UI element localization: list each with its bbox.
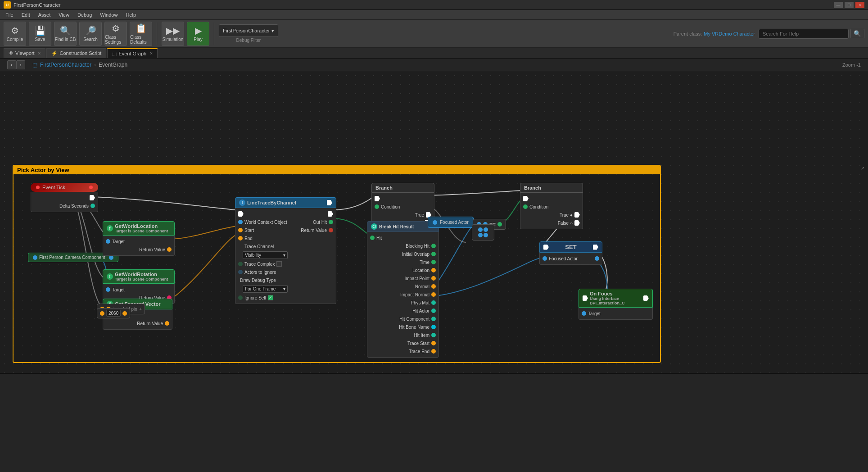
value-node[interactable]: 2060 [97, 308, 130, 318]
focused-actor-get-node[interactable]: Focused Actor [428, 217, 474, 228]
pin-lt-wco[interactable] [238, 220, 243, 224]
pin-bhr-time[interactable] [431, 260, 436, 264]
canvas-wrapper[interactable]: Pick Actor by View Event Tick Delta Seco… [0, 71, 868, 373]
pin-set-exec-in[interactable] [543, 245, 549, 250]
pin-bhr-hititem[interactable] [431, 333, 436, 337]
pin-b2-exec-in[interactable] [523, 196, 529, 201]
class-defaults-button[interactable]: 📋 Class Defaults [130, 22, 152, 46]
pin-b2-false[interactable] [574, 220, 580, 226]
list-node[interactable] [472, 224, 494, 241]
get-world-location-node[interactable]: f GetWorldLocation Target is Scene Compo… [103, 221, 175, 256]
add-pin-plus[interactable]: + [139, 306, 142, 312]
event-tick-node[interactable]: Event Tick Delta Seconds [31, 183, 98, 212]
pin-lt-exec-in[interactable] [327, 200, 332, 205]
pin-bhr-loc[interactable] [431, 268, 436, 272]
minimize-button[interactable]: — [834, 2, 843, 8]
pin-b2-cond[interactable] [523, 204, 528, 209]
menu-window[interactable]: Window [96, 11, 121, 18]
pin-bhr-hitbone[interactable] [431, 325, 436, 329]
value-2060[interactable]: 2060 [106, 310, 121, 317]
pin-of-exec-in[interactable] [583, 295, 588, 301]
pin-set-exec-out[interactable] [593, 245, 598, 250]
draw-debug-dropdown[interactable]: For One Frame ▾ [243, 285, 288, 293]
pin-b2-true[interactable] [574, 212, 580, 218]
pin-list-in3[interactable] [478, 233, 483, 237]
simulation-button[interactable]: ▶▶ Simulation [162, 22, 184, 46]
breadcrumb-part1[interactable]: FirstPersonCharacter [40, 62, 91, 68]
pin-delta[interactable] [90, 204, 95, 208]
tab-event-graph-close[interactable]: × [150, 51, 153, 56]
pin-eq-out[interactable] [497, 222, 502, 227]
pin-bhr-traceend[interactable] [431, 349, 436, 354]
pin-exec-out[interactable] [90, 195, 95, 200]
pin-of-target[interactable] [582, 311, 586, 316]
pin-bhr-blocking[interactable] [431, 244, 436, 248]
trace-channel-dropdown[interactable]: Visibility ▾ [243, 251, 288, 259]
pin-list-in1[interactable] [478, 227, 483, 232]
pin-bhr-overlap[interactable] [431, 252, 436, 256]
forward-button[interactable]: › [16, 60, 25, 69]
play-button[interactable]: ▶ Play [187, 22, 209, 46]
pin-bhr-hitcomp[interactable] [431, 317, 436, 321]
pin-bhr-hitactor[interactable] [431, 309, 436, 313]
compile-button[interactable]: ⚙ Compile [4, 22, 26, 46]
pin-lt-exec-in2[interactable] [238, 211, 244, 217]
pin-b1-exec-in[interactable] [375, 196, 380, 201]
pin-lt-exec-out[interactable] [328, 211, 333, 217]
pin-val-out[interactable] [100, 311, 104, 316]
pin-lt-end[interactable] [238, 236, 243, 241]
maximize-button[interactable]: □ [845, 2, 854, 8]
menu-asset[interactable]: Asset [35, 11, 54, 18]
search-help-input[interactable] [759, 29, 849, 39]
tab-viewport-close[interactable]: × [38, 51, 41, 56]
pin-b1-cond[interactable] [375, 204, 379, 209]
find-in-cb-button[interactable]: 🔍 Find in CB [54, 22, 77, 46]
branch2-node[interactable]: Branch Condition True ● False [520, 183, 583, 229]
menu-file[interactable]: File [2, 11, 17, 18]
break-hit-result-node[interactable]: ⬡ Break Hit Result Hit Blocking Hit Init… [367, 221, 439, 358]
pin-bhr-ip[interactable] [431, 276, 436, 281]
search-help-button[interactable]: 🔍 [850, 29, 864, 38]
pin-lt-actors[interactable] [238, 270, 243, 274]
resize-handle[interactable]: ↗ [861, 166, 864, 171]
pin-bhr-hit[interactable] [370, 236, 375, 240]
line-trace-node[interactable]: f LineTraceByChannel World Context Objec… [235, 197, 336, 304]
trace-complex-checkbox[interactable] [276, 261, 282, 267]
pin-retval-gwl[interactable] [167, 247, 172, 252]
pin-target-gwl[interactable] [106, 239, 110, 244]
pin-lt-outhit[interactable] [329, 220, 333, 224]
pin-fa-get[interactable] [433, 220, 437, 225]
search-button[interactable]: 🔎 Search [79, 22, 102, 46]
pin-list-in4[interactable] [484, 233, 488, 237]
tab-event-graph[interactable]: ⬚ Event Graph × [107, 48, 158, 58]
pin-bhr-tracestart[interactable] [431, 341, 436, 345]
pin-fpc-out2[interactable] [109, 255, 113, 260]
pin-target-gwr[interactable] [106, 287, 110, 292]
pin-val-out2[interactable] [122, 311, 127, 316]
class-settings-button[interactable]: ⚙ Class Settings [104, 22, 127, 46]
tab-construction-script[interactable]: ⚡ Construction Script [46, 48, 106, 58]
debug-filter-dropdown[interactable]: FirstPersonCharacter ▾ [219, 24, 278, 37]
on-foucs-node[interactable]: On Foucs Using Interface BPI_Interaction… [579, 289, 653, 320]
set-node[interactable]: SET Focused Actor [539, 241, 602, 265]
menu-debug[interactable]: Debug [74, 11, 95, 18]
menu-edit[interactable]: Edit [18, 11, 34, 18]
pin-lt-ignore[interactable] [238, 295, 243, 300]
pin-of-exec-out[interactable] [643, 295, 649, 301]
pin-lt-retval[interactable] [329, 228, 333, 232]
pin-lt-start[interactable] [238, 228, 243, 232]
ignore-self-checkbox[interactable]: ✓ [268, 295, 273, 300]
pin-bhr-impactnorm[interactable] [431, 292, 436, 297]
pin-fpc-out[interactable] [33, 255, 37, 260]
pin-list-in2[interactable] [484, 227, 488, 232]
pin-bhr-normal[interactable] [431, 284, 436, 289]
parent-class-link[interactable]: My VRDemo Character [704, 31, 755, 36]
back-button[interactable]: ‹ [7, 60, 16, 69]
blueprint-canvas[interactable]: Pick Actor by View Event Tick Delta Seco… [0, 71, 868, 373]
pin-lt-complex[interactable] [238, 262, 243, 266]
pin-set-fa-in[interactable] [542, 256, 547, 261]
pin-set-fa-out[interactable] [595, 256, 599, 261]
tab-viewport[interactable]: 👁 Viewport × [4, 48, 45, 58]
pin-retval-gfv[interactable] [165, 321, 169, 326]
menu-view[interactable]: View [55, 11, 73, 18]
